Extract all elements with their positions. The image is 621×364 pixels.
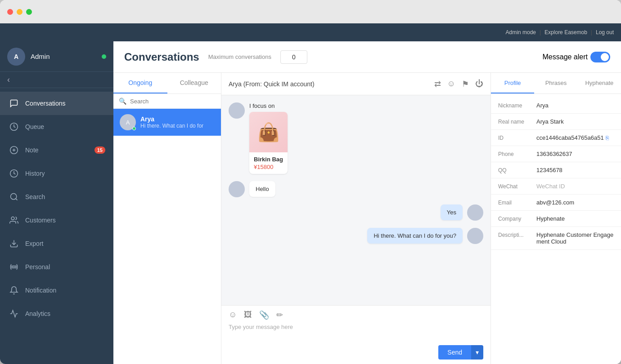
sidebar-item-search[interactable]: Search xyxy=(0,185,113,209)
page-title: Conversations xyxy=(124,51,199,63)
svg-point-9 xyxy=(13,266,15,268)
content-area: Ongoing Colleague 🔍 A xyxy=(113,73,621,364)
svg-point-7 xyxy=(11,217,14,220)
note-icon xyxy=(9,145,19,155)
profile-tabs: Profile Phrases Hyphenate xyxy=(491,73,621,94)
titlebar xyxy=(0,0,621,23)
search-icon xyxy=(9,192,19,202)
field-value-email: abv@126.com xyxy=(536,199,614,206)
app-container: Admin mode | Explore Easemob | Log out A… xyxy=(0,23,621,364)
personal-icon xyxy=(9,262,19,272)
message-alert-toggle[interactable] xyxy=(590,52,610,62)
msg-bubble-yes: Yes xyxy=(441,204,463,220)
tab-phrases[interactable]: Phrases xyxy=(534,73,577,93)
tab-profile[interactable]: Profile xyxy=(491,73,534,93)
conv-item-arya[interactable]: A Arya Hi there. What can I do for xyxy=(113,109,221,136)
edit-button[interactable]: ✏ xyxy=(276,310,283,320)
tab-ongoing[interactable]: Ongoing xyxy=(113,73,167,93)
conv-list-panel: Ongoing Colleague 🔍 A xyxy=(113,73,221,364)
online-indicator xyxy=(132,127,136,130)
copy-id-button[interactable]: ⎘ xyxy=(606,135,609,141)
conv-avatar-arya: A xyxy=(120,114,136,130)
sidebar-label-analytics: Analytics xyxy=(25,310,50,317)
field-label-qq: QQ xyxy=(498,167,532,173)
msg-bubble-hi: Hi there. What can I do for you? xyxy=(367,228,463,244)
field-label-description: Descripti... xyxy=(498,231,532,238)
conv-search-input[interactable] xyxy=(130,98,216,105)
sidebar-nav: Conversations Queue xyxy=(0,88,113,364)
maximize-button[interactable] xyxy=(26,9,32,15)
traffic-lights xyxy=(7,9,32,15)
send-row: Send ▾ xyxy=(229,345,483,360)
export-icon xyxy=(9,239,19,249)
explore-link[interactable]: Explore Easemob xyxy=(544,29,587,36)
transfer-icon[interactable]: ⇄ xyxy=(434,79,441,89)
analytics-icon xyxy=(9,309,19,319)
sidebar-item-export[interactable]: Export xyxy=(0,232,113,255)
chat-input-area: ☺ 🖼 📎 ✏ Type your message here Send xyxy=(221,305,490,364)
sidebar-label-history: History xyxy=(25,170,45,177)
sidebar-item-customers[interactable]: Customers xyxy=(0,209,113,232)
sidebar-item-queue[interactable]: Queue xyxy=(0,115,113,138)
max-conv-input[interactable] xyxy=(280,50,307,64)
image-button[interactable]: 🖼 xyxy=(244,310,252,320)
product-info: Birkin Bag ¥15800 xyxy=(249,152,288,174)
list-item: Real name Arya Stark xyxy=(491,114,621,130)
sidebar-item-notification[interactable]: Notification xyxy=(0,279,113,302)
tab-colleague[interactable]: Colleague xyxy=(167,73,221,93)
field-value-description: Hyphenate Customer Engagement Cloud xyxy=(536,231,614,245)
field-value-company: Hyphenate xyxy=(536,215,614,222)
field-label-realname: Real name xyxy=(498,118,532,125)
product-price: ¥15800 xyxy=(254,164,283,170)
logout-link[interactable]: Log out xyxy=(596,29,614,36)
flag-icon[interactable]: ⚑ xyxy=(462,79,469,89)
chat-header-actions: ⇄ ☺ ⚑ ⏻ xyxy=(434,79,483,89)
svg-line-6 xyxy=(16,199,18,200)
sidebar-item-note[interactable]: Note 15 xyxy=(0,138,113,162)
conv-preview-arya: Hi there. What can I do for xyxy=(140,123,215,129)
msg-avatar-left2 xyxy=(229,181,245,197)
sidebar-item-analytics[interactable]: Analytics xyxy=(0,302,113,325)
list-item: Phone 13636362637 xyxy=(491,146,621,162)
sidebar-item-history[interactable]: History xyxy=(0,162,113,185)
close-button[interactable] xyxy=(7,9,13,15)
queue-icon xyxy=(9,122,19,132)
attach-button[interactable]: 📎 xyxy=(259,310,269,320)
list-item: QQ 12345678 xyxy=(491,162,621,178)
sep1: | xyxy=(540,29,541,36)
field-label-phone: Phone xyxy=(498,151,532,157)
note-badge: 15 xyxy=(94,146,105,154)
main-panel: Conversations Maximum conversations Mess… xyxy=(113,41,621,364)
avatar: A xyxy=(7,48,25,66)
sep2: | xyxy=(591,29,592,36)
msg-bubble-product: I focus on 👜 Birkin Bag ¥15800 xyxy=(249,102,288,174)
admin-mode-link[interactable]: Admin mode xyxy=(506,29,536,36)
minimize-button[interactable] xyxy=(17,9,22,15)
power-icon[interactable]: ⏻ xyxy=(475,79,483,89)
profile-fields: Nickname Arya Real name Arya Stark xyxy=(491,94,621,364)
history-icon xyxy=(9,169,19,178)
conversations-icon xyxy=(9,98,19,108)
sidebar-label-export: Export xyxy=(25,240,43,247)
send-dropdown-button[interactable]: ▾ xyxy=(471,345,483,360)
max-conv-label: Maximum conversations xyxy=(208,53,271,60)
online-status-dot xyxy=(102,54,106,59)
sidebar-item-conversations[interactable]: Conversations xyxy=(0,92,113,115)
emoji-button[interactable]: ☺ xyxy=(229,310,237,320)
svg-point-5 xyxy=(11,194,17,200)
emotion-icon[interactable]: ☺ xyxy=(447,79,455,89)
chat-header: Arya (From: Quick IM account) ⇄ ☺ ⚑ ⏻ xyxy=(221,73,490,95)
sidebar-item-personal[interactable]: Personal xyxy=(0,255,113,279)
sidebar-label-conversations: Conversations xyxy=(25,100,66,107)
notification-icon xyxy=(9,285,19,295)
table-row: Yes xyxy=(229,204,483,221)
conversations-header: Conversations Maximum conversations Mess… xyxy=(113,41,621,73)
sidebar-label-notification: Notification xyxy=(25,287,56,294)
send-button[interactable]: Send xyxy=(438,345,471,360)
field-value-phone: 13636362637 xyxy=(536,151,614,157)
tab-hyphenate[interactable]: Hyphenate xyxy=(578,73,621,93)
sidebar-back-button[interactable]: ‹ xyxy=(0,72,113,88)
conv-search-bar: 🔍 xyxy=(113,94,221,109)
message-input[interactable]: Type your message here xyxy=(229,324,483,342)
msg-avatar-right xyxy=(467,204,483,221)
